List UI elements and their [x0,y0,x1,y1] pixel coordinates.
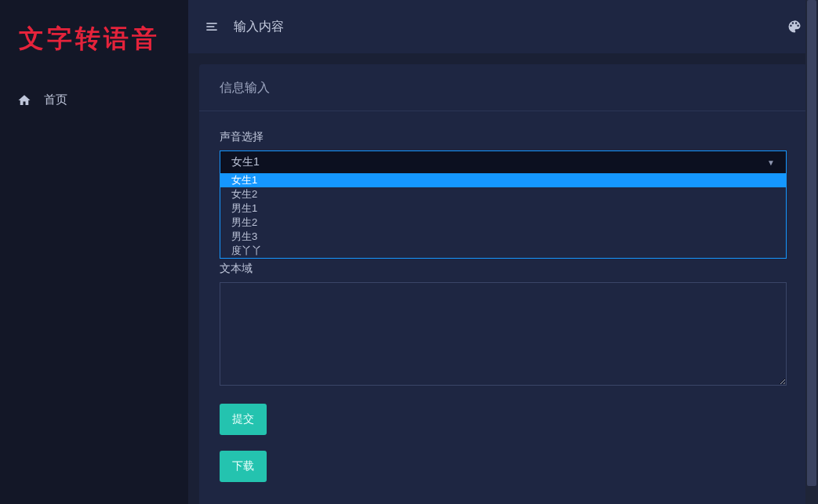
logo-text: 文字转语音 [19,22,160,56]
chevron-down-icon: ▼ [767,158,775,167]
sidebar-item-label: 首页 [44,92,67,107]
voice-select[interactable]: 女生1 ▼ [220,150,787,174]
download-button[interactable]: 下载 [220,451,267,482]
submit-button[interactable]: 提交 [220,404,267,435]
text-input[interactable] [220,282,787,386]
logo: 文字转语音 [0,0,188,78]
voice-option[interactable]: 男生1 [220,201,786,216]
voice-label: 声音选择 [220,130,787,144]
voice-select-value: 女生1 [231,155,260,169]
sidebar-nav: 首页 [0,78,188,115]
window-scrollbar[interactable] [805,0,818,504]
main-column: 输入内容 信息输入 声音选择 女生1 ▼ [188,0,818,504]
sidebar-item-home[interactable]: 首页 [0,85,188,115]
card-body: 声音选择 女生1 ▼ 女生1 女生2 男生1 男生2 男生3 度丫丫 [199,111,807,504]
card-title: 信息输入 [199,64,807,111]
window-scrollbar-thumb[interactable] [807,0,816,486]
home-icon [17,93,31,107]
palette-icon[interactable] [787,19,802,34]
sidebar: 文字转语音 首页 [0,0,188,504]
voice-option[interactable]: 度丫丫 [220,244,786,258]
textarea-label: 文本域 [220,262,787,276]
voice-option[interactable]: 男生2 [220,216,786,230]
content-area: 信息输入 声音选择 女生1 ▼ 女生1 女生2 男生1 男生2 [188,53,818,504]
app-viewport: 文字转语音 首页 输入内容 信息输入 [0,0,818,504]
page-title: 输入内容 [234,19,284,35]
voice-option[interactable]: 男生3 [220,230,786,244]
voice-option[interactable]: 女生2 [220,187,786,201]
textarea-field: 文本域 [220,262,787,388]
form-card: 信息输入 声音选择 女生1 ▼ 女生1 女生2 男生1 男生2 [199,64,807,504]
menu-toggle-icon[interactable] [204,19,220,34]
topbar: 输入内容 [188,0,818,53]
voice-field: 声音选择 女生1 ▼ 女生1 女生2 男生1 男生2 男生3 度丫丫 [220,130,787,174]
voice-option[interactable]: 女生1 [220,173,786,187]
voice-dropdown: 女生1 女生2 男生1 男生2 男生3 度丫丫 [220,173,787,259]
